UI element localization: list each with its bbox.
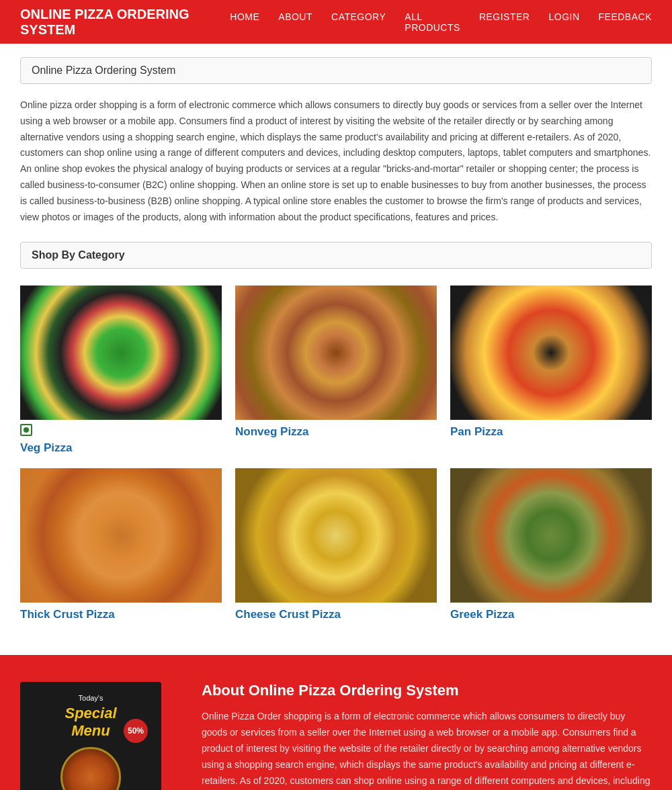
nav-link-home[interactable]: HOME: [230, 11, 259, 22]
category-label-nonveg: Nonveg Pizza: [235, 425, 437, 439]
page-title: Online Pizza Ordering System: [32, 64, 640, 77]
nav-link-category[interactable]: CATEGORY: [331, 11, 386, 22]
about-heading: About Online Pizza Ordering System: [202, 682, 652, 699]
category-label-greek: Greek Pizza: [450, 608, 652, 621]
category-label-cheese: Cheese Crust Pizza: [235, 608, 437, 621]
menu-pizza-graphic: [60, 747, 121, 790]
brand-logo: ONLINE PIZZA ORDERING SYSTEM: [20, 7, 230, 38]
nav-link-login[interactable]: LOGIN: [548, 11, 579, 22]
about-image-container: Today's SpecialMenu 50% IMAGE NOT INCLUD…: [20, 682, 175, 790]
about-section: Today's SpecialMenu 50% IMAGE NOT INCLUD…: [0, 655, 672, 790]
nav-link-register[interactable]: REGISTER: [479, 11, 530, 22]
category-card-greek[interactable]: Greek Pizza: [450, 468, 652, 621]
menu-today-label: Today's: [79, 694, 103, 702]
category-label-veg: Veg Pizza: [20, 441, 222, 455]
nav-link-about[interactable]: ABOUT: [278, 11, 312, 22]
nav-link-feedback[interactable]: FEEDBACK: [599, 11, 652, 22]
category-card-cheese[interactable]: Cheese Crust Pizza: [235, 468, 437, 621]
veg-icon: [20, 424, 32, 436]
category-label-thick: Thick Crust Pizza: [20, 608, 222, 621]
navbar: ONLINE PIZZA ORDERING SYSTEM HOMEABOUTCA…: [0, 0, 672, 44]
discount-badge: 50%: [124, 719, 148, 743]
category-card-thick[interactable]: Thick Crust Pizza: [20, 468, 222, 621]
menu-special-label: SpecialMenu: [65, 705, 116, 740]
about-body: Online Pizza Order shopping is a form of…: [202, 709, 652, 790]
intro-description: Online pizza order shopping is a form of…: [20, 97, 652, 225]
category-label-pan: Pan Pizza: [450, 425, 652, 439]
main-content: Online Pizza Ordering System Online pizz…: [0, 44, 672, 655]
nav-links: HOMEABOUTCATEGORYALL PRODUCTSREGISTERLOG…: [230, 11, 652, 33]
category-card-pan[interactable]: Pan Pizza: [450, 286, 652, 455]
section-title: Shop By Category: [32, 249, 640, 261]
category-card-nonveg[interactable]: Nonveg Pizza: [235, 286, 437, 455]
section-title-box: Shop By Category: [20, 242, 652, 269]
nav-link-all-products[interactable]: ALL PRODUCTS: [405, 11, 460, 33]
category-card-veg[interactable]: Veg Pizza: [20, 286, 222, 455]
about-text: About Online Pizza Ordering System Onlin…: [202, 682, 652, 790]
category-grid: Veg Pizza Nonveg Pizza Pan Pizza Thick C…: [20, 286, 652, 621]
special-menu-card: Today's SpecialMenu 50% IMAGE NOT INCLUD…: [20, 682, 161, 790]
page-title-box: Online Pizza Ordering System: [20, 57, 652, 84]
